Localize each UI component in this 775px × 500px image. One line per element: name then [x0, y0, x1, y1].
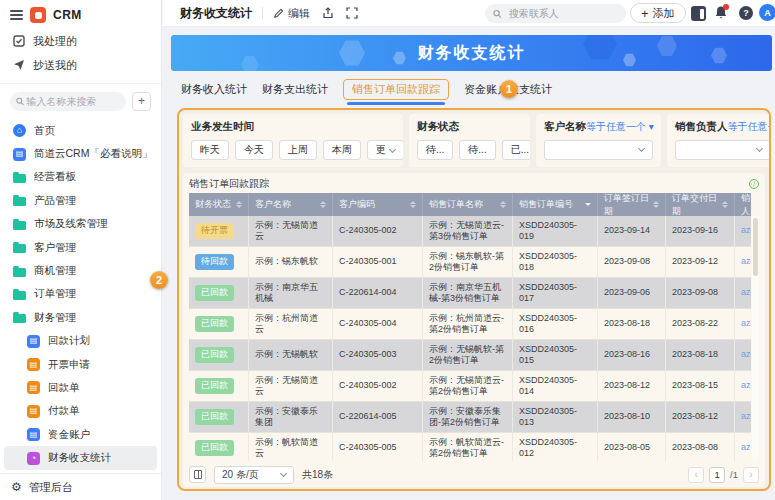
owner-link[interactable]: azora: [741, 287, 751, 298]
sidebar-nav-item[interactable]: 市场及线索管理: [0, 213, 161, 236]
sidebar-search-input[interactable]: [24, 95, 120, 108]
filter-button[interactable]: 昨天: [191, 140, 229, 160]
sidebar-nav-item[interactable]: ▤ 简道云CRM「必看说明」: [0, 142, 161, 165]
filter-operator[interactable]: 等于任意一个 ▾: [586, 120, 654, 134]
filter-select[interactable]: [544, 140, 653, 160]
column-header[interactable]: 订单交付日期: [666, 193, 735, 216]
edit-button[interactable]: 编辑: [273, 6, 310, 21]
table-row[interactable]: 待回款 示例：锡东帆软 C-240305-001 示例：锡东帆软-第2份销售订单…: [189, 247, 751, 278]
page-size-select[interactable]: 20 条/页: [214, 466, 294, 484]
owner-link[interactable]: azora: [741, 349, 751, 360]
info-icon[interactable]: i: [749, 179, 759, 189]
cell-order-name: 示例：锡东帆软-第2份销售订单: [423, 247, 513, 278]
global-search-box[interactable]: [485, 4, 626, 23]
filter-button[interactable]: 今天: [235, 140, 273, 160]
owner-link[interactable]: azora: [741, 442, 751, 453]
column-settings-button[interactable]: [189, 466, 206, 483]
filter-controls: [544, 140, 653, 160]
cell-status: 已回款: [189, 433, 249, 461]
column-header[interactable]: 客户名称: [249, 193, 333, 216]
table-row[interactable]: 已回款 示例：帆软简道云 C-240305-005 示例：帆软简道云-第2份销售…: [189, 433, 751, 461]
sidebar-item-cc-to-me[interactable]: 抄送我的: [0, 53, 161, 77]
scrollbar-thumb[interactable]: [753, 218, 758, 276]
filter-button[interactable]: 待...: [417, 140, 453, 160]
share-button[interactable]: [322, 7, 334, 19]
filter-button[interactable]: 已...: [502, 140, 530, 160]
table-row[interactable]: 待开票 示例：无锡简道云 C-240305-002 示例：无锡简道云-第3份销售…: [189, 216, 751, 247]
sidebar-item-label: 付款单: [48, 404, 80, 418]
sidebar-nav-item[interactable]: 订单管理: [0, 283, 161, 306]
table-row[interactable]: 已回款 示例：杭州简道云 C-240305-004 示例：杭州简道云-第2份销售…: [189, 309, 751, 340]
cell-order-no: XSDD240305-018: [513, 247, 598, 278]
hamburger-menu-icon[interactable]: [10, 10, 23, 20]
sidebar-nav-item[interactable]: 客户管理: [0, 236, 161, 259]
column-header[interactable]: 客户编码: [333, 193, 423, 216]
annotation-step-2-badge: 2: [150, 271, 168, 289]
sidebar-nav-item[interactable]: ▤ 回款计划: [0, 330, 161, 353]
sidebar-nav-item[interactable]: ⌂ 首页: [0, 119, 161, 142]
doc-orange-icon: ▤: [27, 405, 40, 418]
cell-deliver-date: 2023-08-22: [666, 309, 735, 340]
table-row[interactable]: 已回款 示例：南京华五机械 C-220614-004 示例：南京华五机械-第3份…: [189, 278, 751, 309]
filter-select[interactable]: [675, 140, 771, 160]
sidebar-item-my-tasks[interactable]: 我处理的: [0, 29, 161, 53]
owner-link[interactable]: azora: [741, 380, 751, 391]
filter-controls: 昨天 今天 上周 本周 更: [191, 140, 395, 160]
owner-link[interactable]: azora: [741, 225, 751, 236]
sidebar-nav-item[interactable]: 财务管理: [0, 306, 161, 329]
share-icon: [322, 7, 334, 19]
column-header[interactable]: 销售订单名称: [423, 193, 513, 216]
annotation-highlight-box: 业务发生时间 昨天 今天 上周 本周 更 财务状态 待... 待... 已...…: [177, 108, 771, 491]
sidebar-nav-item[interactable]: ◔ 财务收支统计: [4, 446, 157, 469]
owner-link[interactable]: azora: [741, 411, 751, 422]
tab[interactable]: 财务支出统计: [262, 80, 328, 99]
cell-order-name: 示例：南京华五机械-第3份销售订单: [423, 278, 513, 309]
tab[interactable]: 财务收入统计: [181, 80, 247, 99]
sidebar-nav-item[interactable]: 经营看板: [0, 166, 161, 189]
tab[interactable]: 销售订单回款跟踪: [343, 79, 449, 100]
next-page-button[interactable]: ›: [743, 467, 759, 483]
filter-more-button[interactable]: 更: [367, 140, 403, 160]
owner-link[interactable]: azora: [741, 256, 751, 267]
add-button[interactable]: + 添加: [630, 3, 686, 23]
cell-status: 已回款: [189, 371, 249, 402]
table-row[interactable]: 已回款 示例：无锡简道云 C-240305-002 示例：无锡简道云-第2份销售…: [189, 371, 751, 402]
column-header[interactable]: 销售订单编号: [513, 193, 598, 216]
column-header[interactable]: 财务状态: [189, 193, 249, 216]
sidebar-nav-item[interactable]: ▤ 开票申请: [0, 353, 161, 376]
sort-icon: [497, 201, 506, 208]
filter-button[interactable]: 本周: [323, 140, 361, 160]
sidebar-nav-item[interactable]: ▤ 资金账户: [0, 423, 161, 446]
sidebar-item-admin-console[interactable]: ⚙ 管理后台: [0, 473, 161, 500]
sidebar-add-button[interactable]: +: [132, 92, 151, 111]
app-logo-text: CRM: [53, 8, 82, 22]
table-row[interactable]: 已回款 示例：无锡帆软 C-240305-003 示例：无锡帆软-第2份销售订单…: [189, 340, 751, 371]
filter-button[interactable]: 待...: [459, 140, 495, 160]
status-badge: 待回款: [195, 254, 234, 270]
global-search-input[interactable]: [507, 7, 618, 20]
help-button[interactable]: ?: [739, 6, 753, 20]
filter-label: 客户名称: [544, 120, 586, 134]
panel-toggle-button[interactable]: [691, 6, 706, 21]
sidebar-nav-item[interactable]: ▤ 回款单: [0, 376, 161, 399]
filter-button[interactable]: 上周: [279, 140, 317, 160]
chevron-down-icon: [389, 145, 396, 152]
column-header[interactable]: 订单签订日期: [598, 193, 666, 216]
cell-order-no: XSDD240305-017: [513, 278, 598, 309]
notifications-button[interactable]: [714, 5, 728, 24]
sidebar-search-box[interactable]: [10, 92, 126, 111]
cell-deliver-date: 2023-08-08: [666, 433, 735, 461]
table-row[interactable]: 已回款 示例：安徽泰乐集团 C-220614-005 示例：安徽泰乐集团-第2份…: [189, 402, 751, 433]
sidebar-item-label: 回款单: [48, 381, 80, 395]
column-header[interactable]: 销售负责人: [735, 193, 751, 216]
sidebar-nav-item[interactable]: ▤ 付款单: [0, 400, 161, 423]
cell-order-name: 示例：杭州简道云-第2份销售订单: [423, 309, 513, 340]
sidebar-nav-item[interactable]: 商机管理: [0, 259, 161, 282]
prev-page-button[interactable]: ‹: [688, 467, 704, 483]
avatar[interactable]: A: [759, 4, 775, 21]
filter-operator[interactable]: 等于任意一个 ▾: [728, 120, 772, 134]
owner-link[interactable]: azora: [741, 318, 751, 329]
fullscreen-button[interactable]: [346, 7, 358, 19]
sidebar-nav-item[interactable]: 产品管理: [0, 189, 161, 212]
cell-order-name: 示例：安徽泰乐集团-第2份销售订单: [423, 402, 513, 433]
